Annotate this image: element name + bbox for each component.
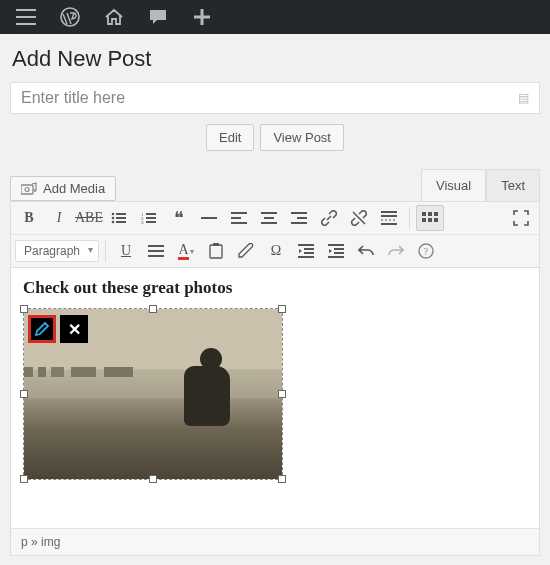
- svg-rect-24: [297, 217, 307, 219]
- svg-rect-33: [428, 218, 432, 222]
- resize-handle[interactable]: [278, 475, 286, 483]
- svg-rect-20: [261, 212, 277, 214]
- svg-rect-17: [231, 212, 247, 214]
- tab-text[interactable]: Text: [486, 169, 540, 201]
- edit-image-button[interactable]: [28, 315, 56, 343]
- svg-rect-7: [116, 217, 126, 219]
- svg-rect-44: [328, 244, 344, 246]
- svg-rect-13: [146, 217, 156, 219]
- permalink-row: Edit View Post: [10, 124, 540, 151]
- plus-icon[interactable]: [180, 0, 224, 34]
- resize-handle[interactable]: [278, 305, 286, 313]
- bulleted-list-button[interactable]: [105, 205, 133, 231]
- lock-icon: ▤: [518, 91, 529, 105]
- element-path[interactable]: p » img: [11, 528, 539, 555]
- resize-handle[interactable]: [20, 305, 28, 313]
- hr-button[interactable]: [195, 205, 223, 231]
- svg-rect-21: [264, 217, 274, 219]
- undo-button[interactable]: [352, 238, 380, 264]
- svg-rect-43: [298, 256, 314, 258]
- strike-button[interactable]: ABE: [75, 205, 103, 231]
- svg-rect-25: [291, 222, 307, 224]
- resize-handle[interactable]: [20, 475, 28, 483]
- help-button[interactable]: ?: [412, 238, 440, 264]
- camera-music-icon: [21, 182, 37, 196]
- comment-icon[interactable]: [136, 0, 180, 34]
- align-justify-button[interactable]: [142, 238, 170, 264]
- resize-handle[interactable]: [278, 390, 286, 398]
- svg-rect-35: [148, 245, 164, 247]
- svg-rect-31: [434, 212, 438, 216]
- page-title: Add New Post: [12, 46, 540, 72]
- svg-rect-40: [298, 244, 314, 246]
- outdent-button[interactable]: [292, 238, 320, 264]
- align-right-button[interactable]: [285, 205, 313, 231]
- home-icon[interactable]: [92, 0, 136, 34]
- svg-rect-18: [231, 217, 241, 219]
- italic-button[interactable]: I: [45, 205, 73, 231]
- view-post-button[interactable]: View Post: [260, 124, 344, 151]
- svg-point-6: [112, 217, 115, 220]
- svg-text:?: ?: [424, 246, 429, 257]
- svg-rect-15: [146, 221, 156, 223]
- svg-rect-22: [261, 222, 277, 224]
- svg-rect-28: [381, 223, 397, 225]
- text-color-button[interactable]: A▾: [172, 238, 200, 264]
- resize-handle[interactable]: [149, 475, 157, 483]
- tab-visual[interactable]: Visual: [421, 169, 486, 201]
- svg-rect-5: [116, 213, 126, 215]
- svg-rect-46: [334, 252, 344, 254]
- post-title-input[interactable]: Enter title here ▤: [10, 82, 540, 114]
- editor-toolbar: B I ABE 123 ❝ Paragraph: [11, 202, 539, 268]
- svg-rect-26: [381, 211, 397, 213]
- selected-image[interactable]: ✕: [23, 308, 283, 480]
- paste-text-button[interactable]: [202, 238, 230, 264]
- remove-image-button[interactable]: ✕: [60, 315, 88, 343]
- svg-rect-42: [304, 252, 314, 254]
- fullscreen-button[interactable]: [507, 205, 535, 231]
- numbered-list-button[interactable]: 123: [135, 205, 163, 231]
- svg-rect-45: [334, 248, 344, 250]
- svg-rect-19: [231, 222, 247, 224]
- blockquote-button[interactable]: ❝: [165, 205, 193, 231]
- svg-point-3: [34, 189, 37, 192]
- add-media-button[interactable]: Add Media: [10, 176, 116, 201]
- align-center-button[interactable]: [255, 205, 283, 231]
- svg-point-2: [25, 187, 29, 191]
- add-media-label: Add Media: [43, 181, 105, 196]
- svg-rect-23: [291, 212, 307, 214]
- editor-mode-tabs: Visual Text: [421, 169, 540, 201]
- wordpress-icon[interactable]: [48, 0, 92, 34]
- menu-icon[interactable]: [4, 0, 48, 34]
- resize-handle[interactable]: [20, 390, 28, 398]
- special-char-button[interactable]: Ω: [262, 238, 290, 264]
- unlink-button[interactable]: [345, 205, 373, 231]
- read-more-button[interactable]: [375, 205, 403, 231]
- svg-rect-47: [328, 256, 344, 258]
- paragraph-select[interactable]: Paragraph: [15, 240, 99, 262]
- svg-rect-11: [146, 213, 156, 215]
- link-button[interactable]: [315, 205, 343, 231]
- admin-toolbar: [0, 0, 550, 34]
- resize-handle[interactable]: [149, 305, 157, 313]
- edit-permalink-button[interactable]: Edit: [206, 124, 254, 151]
- post-heading: Check out these great photos: [23, 278, 527, 298]
- svg-rect-41: [304, 248, 314, 250]
- bold-button[interactable]: B: [15, 205, 43, 231]
- svg-rect-16: [201, 217, 217, 219]
- svg-rect-38: [210, 245, 222, 258]
- clear-formatting-button[interactable]: [232, 238, 260, 264]
- underline-button[interactable]: U: [112, 238, 140, 264]
- kitchen-sink-button[interactable]: [416, 205, 444, 231]
- indent-button[interactable]: [322, 238, 350, 264]
- svg-rect-30: [428, 212, 432, 216]
- align-left-button[interactable]: [225, 205, 253, 231]
- svg-rect-34: [434, 218, 438, 222]
- svg-rect-37: [148, 255, 164, 257]
- editor-content[interactable]: Check out these great photos ✕: [11, 268, 539, 528]
- svg-point-8: [112, 221, 115, 224]
- svg-text:3: 3: [141, 220, 144, 225]
- redo-button[interactable]: [382, 238, 410, 264]
- svg-rect-27: [381, 215, 397, 217]
- svg-rect-36: [148, 250, 164, 252]
